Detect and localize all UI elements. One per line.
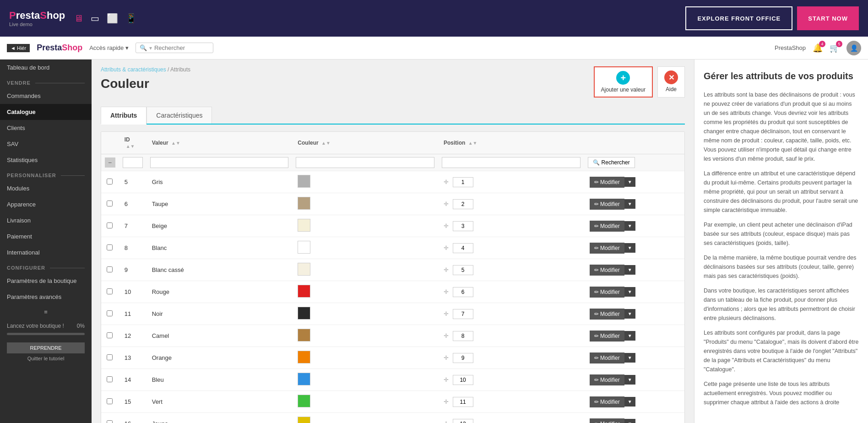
sidebar-item-livraison[interactable]: Livraison xyxy=(0,212,92,228)
laptop-icon[interactable]: ▭ xyxy=(91,13,99,24)
avatar[interactable]: 👤 xyxy=(846,41,861,55)
drag-handle-icon[interactable]: ✛ xyxy=(444,398,449,405)
tablet-icon[interactable]: ⬜ xyxy=(107,13,118,24)
drag-handle-icon[interactable]: ✛ xyxy=(444,354,449,361)
modify-dropdown-button[interactable]: ▼ xyxy=(624,353,635,363)
sidebar-item-international[interactable]: International xyxy=(0,244,92,260)
drag-handle-icon[interactable]: ✛ xyxy=(444,222,449,229)
mobile-icon[interactable]: 📱 xyxy=(125,13,137,24)
couleur-sort-icon[interactable]: ▲▼ xyxy=(321,141,331,146)
modify-button[interactable]: ✏ Modifier xyxy=(590,199,624,210)
modify-dropdown-button[interactable]: ▼ xyxy=(624,331,635,341)
modify-dropdown-button[interactable]: ▼ xyxy=(624,177,635,187)
modify-dropdown-button[interactable]: ▼ xyxy=(624,265,635,275)
search-dropdown-icon[interactable]: ▾ xyxy=(149,45,152,51)
drag-handle-icon[interactable]: ✛ xyxy=(444,266,449,273)
id-sort-icon[interactable]: ▲▼ xyxy=(126,144,135,149)
desktop-icon[interactable]: 🖥 xyxy=(74,13,83,24)
modify-dropdown-button[interactable]: ▼ xyxy=(624,287,635,297)
reprendre-button[interactable]: REPRENDRE xyxy=(7,342,85,353)
modify-dropdown-button[interactable]: ▼ xyxy=(624,397,635,407)
row-checkbox[interactable] xyxy=(107,288,113,294)
tab-attributs[interactable]: Attributs xyxy=(101,107,146,125)
sidebar-item-params-boutique[interactable]: Paramètres de la boutique xyxy=(0,273,92,289)
sidebar-item-sav[interactable]: SAV xyxy=(0,136,92,152)
modify-button[interactable]: ✏ Modifier xyxy=(590,374,624,385)
modify-button[interactable]: ✏ Modifier xyxy=(590,352,624,363)
search-input[interactable] xyxy=(154,44,209,51)
sidebar-item-apparence[interactable]: Apparence xyxy=(0,196,92,212)
add-value-button[interactable]: + Ajouter une valeur xyxy=(594,66,653,98)
row-checkbox[interactable] xyxy=(107,310,113,316)
explore-front-office-button[interactable]: EXPLORE FRONT OFFICE xyxy=(685,6,792,30)
position-input[interactable] xyxy=(453,397,473,407)
drag-handle-icon[interactable]: ✛ xyxy=(444,420,449,423)
position-input[interactable] xyxy=(453,287,473,297)
position-input[interactable] xyxy=(453,375,473,385)
drag-handle-icon[interactable]: ✛ xyxy=(444,288,449,295)
notifications-icon[interactable]: 🔔 4 xyxy=(813,43,823,53)
cart-icon[interactable]: 🛒 5 xyxy=(830,43,840,53)
modify-dropdown-button[interactable]: ▼ xyxy=(624,419,635,423)
modify-dropdown-button[interactable]: ▼ xyxy=(624,243,635,253)
sidebar-item-clients[interactable]: Clients xyxy=(0,120,92,136)
deselect-all-button[interactable]: – xyxy=(105,157,115,168)
modify-dropdown-button[interactable]: ▼ xyxy=(624,221,635,231)
position-input[interactable] xyxy=(453,419,473,423)
quit-tutorial-link[interactable]: Quitter le tutoriel xyxy=(7,356,85,361)
drag-handle-icon[interactable]: ✛ xyxy=(444,376,449,383)
sidebar-item-paiement[interactable]: Paiement xyxy=(0,228,92,244)
row-checkbox[interactable] xyxy=(107,244,113,250)
modify-button[interactable]: ✏ Modifier xyxy=(590,265,624,276)
help-button[interactable]: ✕ Aide xyxy=(657,66,685,98)
drag-handle-icon[interactable]: ✛ xyxy=(444,332,449,339)
modify-dropdown-button[interactable]: ▼ xyxy=(624,375,635,385)
sidebar-item-params-avances[interactable]: Paramètres avancés xyxy=(0,289,92,305)
modify-button[interactable]: ✏ Modifier xyxy=(590,309,624,320)
position-input[interactable] xyxy=(453,309,473,319)
row-checkbox[interactable] xyxy=(107,332,113,338)
start-now-button[interactable]: START NOW xyxy=(797,6,859,30)
search-button[interactable]: 🔍 Rechercher xyxy=(588,157,635,168)
row-checkbox[interactable] xyxy=(107,179,113,184)
modify-button[interactable]: ✏ Modifier xyxy=(590,331,624,342)
sidebar-item-commandes[interactable]: Commandes xyxy=(0,88,92,104)
valeur-sort-icon[interactable]: ▲▼ xyxy=(171,141,180,146)
position-input[interactable] xyxy=(453,221,473,231)
position-sort-icon[interactable]: ▲▼ xyxy=(468,141,477,146)
position-input[interactable] xyxy=(453,199,473,209)
modify-button[interactable]: ✏ Modifier xyxy=(590,418,624,423)
row-checkbox[interactable] xyxy=(107,398,113,404)
position-input[interactable] xyxy=(453,265,473,275)
quick-access-menu[interactable]: Accès rapide ▾ xyxy=(89,44,129,51)
modify-button[interactable]: ✏ Modifier xyxy=(590,221,624,232)
modify-button[interactable]: ✏ Modifier xyxy=(590,243,624,254)
hide-sidebar-button[interactable]: ◄ Hiér xyxy=(7,44,30,52)
row-checkbox[interactable] xyxy=(107,222,113,228)
row-checkbox[interactable] xyxy=(107,266,113,272)
drag-handle-icon[interactable]: ✛ xyxy=(444,201,449,207)
sidebar-item-modules[interactable]: Modules xyxy=(0,180,92,196)
modify-dropdown-button[interactable]: ▼ xyxy=(624,199,635,209)
position-input[interactable] xyxy=(453,243,473,253)
filter-couleur-input[interactable] xyxy=(296,157,434,168)
row-checkbox[interactable] xyxy=(107,420,113,423)
filter-valeur-input[interactable] xyxy=(150,157,289,168)
drag-handle-icon[interactable]: ✛ xyxy=(444,179,449,185)
sidebar-menu-icon[interactable]: ≡ xyxy=(0,305,92,319)
drag-handle-icon[interactable]: ✛ xyxy=(444,244,449,251)
position-input[interactable] xyxy=(453,353,473,363)
sidebar-item-statistiques[interactable]: Statistiques xyxy=(0,152,92,168)
position-input[interactable] xyxy=(453,177,473,187)
position-input[interactable] xyxy=(453,331,473,341)
sidebar-item-catalogue[interactable]: Catalogue xyxy=(0,104,92,120)
breadcrumb-parent[interactable]: Attributs & caractéristiques xyxy=(101,66,166,73)
modify-button[interactable]: ✏ Modifier xyxy=(590,177,624,188)
tab-caracteristiques[interactable]: Caractéristiques xyxy=(146,107,212,124)
sidebar-item-dashboard[interactable]: Tableau de bord xyxy=(0,60,92,76)
row-checkbox[interactable] xyxy=(107,354,113,360)
row-checkbox[interactable] xyxy=(107,376,113,382)
filter-position-input[interactable] xyxy=(442,157,580,168)
drag-handle-icon[interactable]: ✛ xyxy=(444,310,449,317)
row-checkbox[interactable] xyxy=(107,201,113,206)
